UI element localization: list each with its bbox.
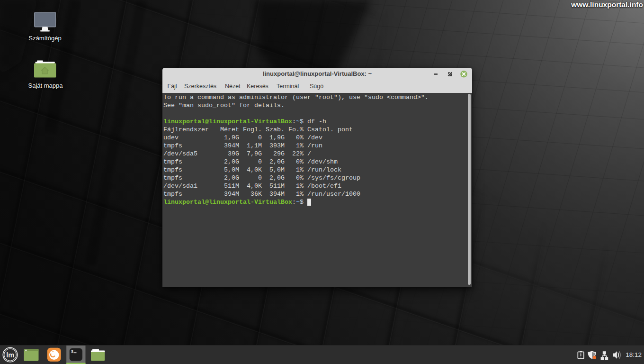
svg-text:$: $ — [71, 349, 73, 354]
svg-text:lm: lm — [6, 351, 14, 359]
